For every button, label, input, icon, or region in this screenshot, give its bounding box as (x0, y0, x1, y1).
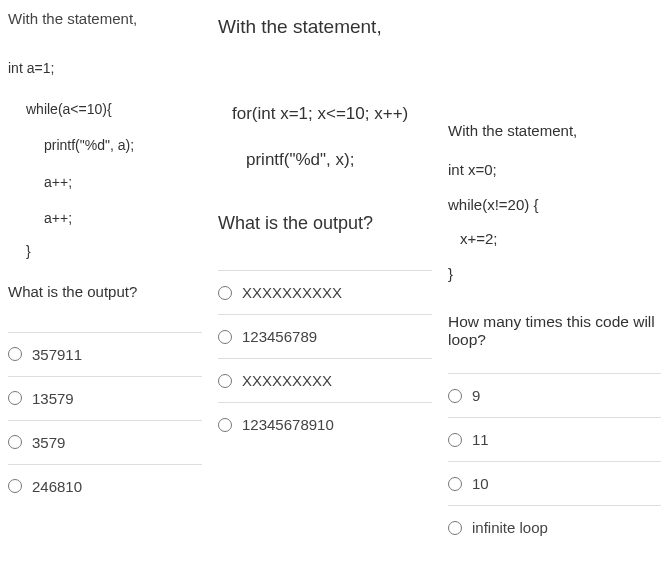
question-text: How many times this code will loop? (448, 313, 661, 349)
code-line: int x=0; (448, 153, 661, 188)
intro-text: With the statement, (8, 10, 202, 27)
code-line: int a=1; (8, 55, 202, 82)
radio-icon (448, 433, 462, 447)
option-label: 12345678910 (242, 416, 334, 433)
option-label: 357911 (32, 346, 82, 363)
option-label: 3579 (32, 434, 65, 451)
option-row[interactable]: 9 (448, 373, 661, 417)
radio-icon (8, 479, 22, 493)
code-line: } (448, 257, 661, 292)
option-row[interactable]: 246810 (8, 464, 202, 508)
option-label: 123456789 (242, 328, 317, 345)
option-row[interactable]: 10 (448, 461, 661, 505)
option-label: 10 (472, 475, 489, 492)
radio-icon (218, 286, 232, 300)
code-block: int a=1; while(a<=10){ printf("%d", a); … (8, 55, 202, 265)
code-line: a++; (8, 205, 202, 232)
radio-icon (8, 435, 22, 449)
option-row[interactable]: 123456789 (218, 314, 432, 358)
option-row[interactable]: 12345678910 (218, 402, 432, 446)
question-column-2: With the statement, for(int x=1; x<=10; … (210, 0, 440, 569)
radio-icon (448, 389, 462, 403)
option-label: XXXXXXXXX (242, 372, 332, 389)
code-line: for(int x=1; x<=10; x++) (218, 96, 432, 132)
code-line: a++; (8, 169, 202, 196)
radio-icon (8, 391, 22, 405)
option-row[interactable]: XXXXXXXXXX (218, 270, 432, 314)
radio-icon (218, 374, 232, 388)
code-line: while(a<=10){ (8, 96, 202, 123)
question-text: What is the output? (8, 283, 202, 300)
option-label: infinite loop (472, 519, 548, 536)
option-row[interactable]: infinite loop (448, 505, 661, 549)
code-line: x+=2; (448, 222, 661, 257)
spacer (448, 10, 661, 120)
option-row[interactable]: 11 (448, 417, 661, 461)
radio-icon (218, 330, 232, 344)
intro-text: With the statement, (448, 122, 661, 139)
option-label: XXXXXXXXXX (242, 284, 342, 301)
code-block: for(int x=1; x<=10; x++) printf("%d", x)… (218, 96, 432, 177)
option-label: 13579 (32, 390, 74, 407)
options-list: 9 11 10 infinite loop (448, 373, 661, 549)
radio-icon (8, 347, 22, 361)
option-label: 11 (472, 431, 489, 448)
code-line: printf("%d", x); (218, 142, 432, 178)
question-text: What is the output? (218, 213, 432, 234)
radio-icon (448, 521, 462, 535)
code-line: printf("%d", a); (8, 132, 202, 159)
option-label: 9 (472, 387, 480, 404)
code-line: while(x!=20) { (448, 188, 661, 223)
option-row[interactable]: 357911 (8, 332, 202, 376)
option-row[interactable]: XXXXXXXXX (218, 358, 432, 402)
options-list: XXXXXXXXXX 123456789 XXXXXXXXX 123456789… (218, 270, 432, 446)
code-block: int x=0; while(x!=20) { x+=2; } (448, 153, 661, 291)
intro-text: With the statement, (218, 16, 432, 38)
options-list: 357911 13579 3579 246810 (8, 332, 202, 508)
question-column-3: With the statement, int x=0; while(x!=20… (440, 0, 669, 569)
option-label: 246810 (32, 478, 82, 495)
question-column-1: With the statement, int a=1; while(a<=10… (0, 0, 210, 569)
option-row[interactable]: 13579 (8, 376, 202, 420)
radio-icon (218, 418, 232, 432)
radio-icon (448, 477, 462, 491)
option-row[interactable]: 3579 (8, 420, 202, 464)
code-line: } (8, 238, 202, 265)
